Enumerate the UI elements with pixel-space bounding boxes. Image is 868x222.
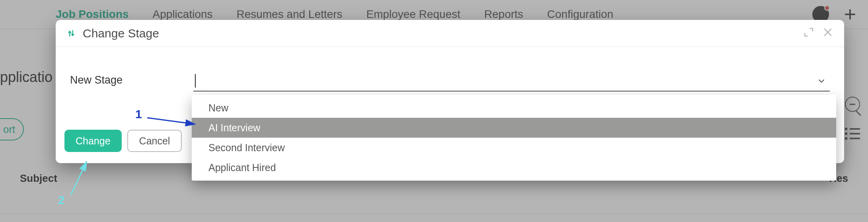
annotation-2-label: 2 <box>58 193 65 207</box>
stage-option-applicant-hired[interactable]: Applicant Hired <box>192 158 836 177</box>
svg-line-0 <box>147 118 195 124</box>
stage-dropdown: New AI Interview Second Interview Applic… <box>192 95 836 181</box>
modal-footer: Change Cancel <box>64 130 182 152</box>
annotation-1-label: 1 <box>135 107 142 121</box>
nav-configuration-label: Configuration <box>547 8 613 21</box>
change-button[interactable]: Change <box>64 130 122 152</box>
filter-pill[interactable]: ort <box>0 118 24 140</box>
nav-configuration[interactable]: Configuration <box>547 8 613 21</box>
expand-icon[interactable] <box>804 27 814 40</box>
new-stage-field-wrap <box>193 72 830 92</box>
svg-line-1 <box>71 162 87 195</box>
cancel-button[interactable]: Cancel <box>127 130 182 152</box>
modal-header: Change Stage <box>56 20 844 47</box>
page-heading-fragment: pplicatio <box>0 69 53 86</box>
column-header-subject: Subject <box>20 172 57 185</box>
list-view-icon[interactable] <box>845 128 860 140</box>
nav-applications-label: Applications <box>153 8 213 21</box>
stage-option-ai-interview[interactable]: AI Interview <box>192 118 836 138</box>
right-rail <box>845 97 860 140</box>
zoom-out-icon[interactable] <box>845 97 860 112</box>
add-icon[interactable]: + <box>844 4 856 25</box>
nav-applications[interactable]: Applications <box>153 8 213 21</box>
modal-body: New Stage <box>56 47 844 92</box>
nav-job-positions[interactable]: Job Positions <box>56 8 129 21</box>
new-stage-input[interactable] <box>193 72 830 92</box>
stage-option-new[interactable]: New <box>192 98 836 118</box>
text-cursor <box>195 74 196 88</box>
stage-icon <box>67 29 76 38</box>
nav-reports-label: Reports <box>484 8 523 21</box>
annotation-2-arrow <box>67 159 99 201</box>
new-stage-label: New Stage <box>70 72 193 86</box>
nav-resumes[interactable]: Resumes and Letters <box>237 8 343 21</box>
stage-option-second-interview[interactable]: Second Interview <box>192 138 836 158</box>
annotation-1-arrow <box>147 110 203 127</box>
table-row[interactable]: 16 Elisa Backfield Elisa Backfield elisa… <box>0 214 868 222</box>
modal-title: Change Stage <box>83 27 159 40</box>
nav-employee-request[interactable]: Employee Request <box>366 8 461 21</box>
nav-reports[interactable]: Reports <box>484 8 523 21</box>
close-icon[interactable] <box>823 27 833 40</box>
